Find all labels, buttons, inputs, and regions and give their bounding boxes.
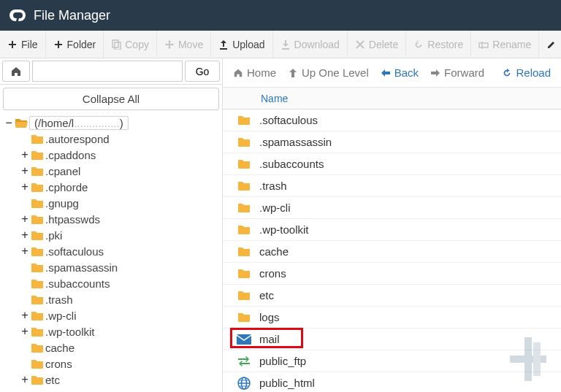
nav-up-button[interactable]: Up One Level xyxy=(282,58,375,87)
tree-item[interactable]: +.cpanel xyxy=(0,163,222,179)
tree-item[interactable]: +etc xyxy=(0,372,222,388)
home-icon xyxy=(10,66,22,77)
file-row[interactable]: etc xyxy=(223,285,561,307)
tree-label: .autorespond xyxy=(45,133,110,145)
home-button[interactable] xyxy=(2,61,30,82)
tree-root[interactable]: −(/home/l...............) xyxy=(0,115,222,131)
folder-icon xyxy=(234,158,253,169)
tree-item[interactable]: +.cpaddons xyxy=(0,147,222,163)
main-toolbar: FileFolderCopyMoveUploadDownloadDeleteRe… xyxy=(0,31,561,58)
file-row[interactable]: .wp-toolkit xyxy=(223,219,561,241)
folder-button[interactable]: Folder xyxy=(46,31,104,58)
tree-item[interactable]: .gnupg xyxy=(0,195,222,211)
upload-button[interactable]: Upload xyxy=(211,31,272,58)
toolbar-label: Restore xyxy=(427,39,463,50)
ftp-icon xyxy=(234,356,253,367)
expander[interactable]: + xyxy=(20,228,29,242)
tree-item[interactable]: .trash xyxy=(0,291,222,307)
tree-item[interactable]: +.softaculous xyxy=(0,243,222,259)
svg-rect-0 xyxy=(112,40,118,47)
nav-home-label: Home xyxy=(247,66,276,79)
file-row[interactable]: .trash xyxy=(223,175,561,197)
expander[interactable]: + xyxy=(20,309,29,322)
tree-label: .cpaddons xyxy=(45,149,96,161)
svg-rect-4 xyxy=(237,334,251,345)
tree-label: etc xyxy=(45,374,60,386)
column-name-header: Name xyxy=(261,93,288,104)
list-header[interactable]: Name xyxy=(223,88,561,109)
file-row[interactable]: public_html xyxy=(223,372,561,392)
expander[interactable]: + xyxy=(20,212,29,226)
file-list: .softaculous.spamassassin.subaccounts.tr… xyxy=(223,109,561,392)
tree-item[interactable]: +.wp-toolkit xyxy=(0,323,222,339)
folder-tree: −(/home/l...............).autorespond+.c… xyxy=(0,113,222,392)
expander[interactable]: + xyxy=(20,180,29,193)
tree-item[interactable]: +.htpasswds xyxy=(0,211,222,227)
file-row[interactable]: .spamassassin xyxy=(223,131,561,153)
tree-label: .htpasswds xyxy=(45,213,100,226)
tree-item[interactable]: .autorespond xyxy=(0,131,222,147)
file-row[interactable]: logs xyxy=(223,307,561,328)
tree-item[interactable]: cache xyxy=(0,339,222,356)
tree-label: .wp-toolkit xyxy=(45,326,95,338)
folder-icon xyxy=(234,268,253,279)
restore-icon xyxy=(413,39,424,50)
nav-forward-button[interactable]: Forward xyxy=(424,58,490,87)
nav-back-button[interactable]: Back xyxy=(375,58,424,87)
arrow-right-icon xyxy=(430,69,440,77)
expander[interactable]: + xyxy=(20,148,29,161)
file-row[interactable]: .softaculous xyxy=(223,109,561,131)
tree-item[interactable]: +.cphorde xyxy=(0,179,222,195)
content-pane: Home Up One Level Back Forward Reload Na… xyxy=(223,58,561,392)
expander[interactable]: − xyxy=(4,116,13,129)
expander[interactable]: + xyxy=(20,373,29,386)
file-row[interactable]: .subaccounts xyxy=(223,153,561,175)
download-button[interactable]: Download xyxy=(273,31,348,58)
restore-button[interactable]: Restore xyxy=(406,31,471,58)
expander[interactable]: + xyxy=(20,164,29,177)
path-bar: Go xyxy=(0,58,222,85)
folder-icon xyxy=(31,214,44,225)
nav-reload-label: Reload xyxy=(516,66,551,79)
expander[interactable]: + xyxy=(20,245,29,258)
file-name: crons xyxy=(259,267,286,280)
file-name: etc xyxy=(259,289,274,301)
move-button[interactable]: Move xyxy=(157,31,211,58)
home-icon xyxy=(15,118,28,128)
download-icon xyxy=(280,39,291,50)
edit-button[interactable] xyxy=(539,31,561,58)
file-row[interactable]: crons xyxy=(223,263,561,285)
rename-icon xyxy=(478,39,489,50)
rename-button[interactable]: Rename xyxy=(471,31,539,58)
file-row[interactable]: mail xyxy=(223,328,561,350)
folder-icon xyxy=(31,278,44,289)
copy-button[interactable]: Copy xyxy=(104,31,157,58)
tree-label: .cphorde xyxy=(45,181,88,193)
path-input[interactable] xyxy=(32,61,183,82)
file-row[interactable]: public_ftp xyxy=(223,350,561,372)
nav-reload-button[interactable]: Reload xyxy=(496,58,557,87)
tree-item[interactable]: +logs xyxy=(0,388,222,392)
tree-item[interactable]: +.pki xyxy=(0,227,222,243)
tree-item[interactable]: .subaccounts xyxy=(0,275,222,291)
tree-item[interactable]: .spamassassin xyxy=(0,259,222,275)
reload-icon xyxy=(502,68,512,78)
tree-label: .cpanel xyxy=(45,165,80,177)
file-button[interactable]: File xyxy=(0,31,46,58)
nav-home-button[interactable]: Home xyxy=(227,58,282,87)
file-row[interactable]: cache xyxy=(223,241,561,263)
toolbar-label: Upload xyxy=(232,39,264,50)
collapse-all-button[interactable]: Collapse All xyxy=(3,88,219,110)
tree-item[interactable]: crons xyxy=(0,356,222,372)
go-button[interactable]: Go xyxy=(185,61,220,82)
folder-icon xyxy=(31,342,44,353)
plus-icon xyxy=(7,40,18,49)
toolbar-label: Folder xyxy=(67,39,96,50)
expander[interactable]: + xyxy=(20,325,29,338)
file-row[interactable]: .wp-cli xyxy=(223,197,561,219)
delete-button[interactable]: Delete xyxy=(348,31,406,58)
expander[interactable]: + xyxy=(20,389,29,392)
move-icon xyxy=(164,39,175,50)
tree-item[interactable]: +.wp-cli xyxy=(0,307,222,323)
tree-label: .spamassassin xyxy=(45,261,118,274)
